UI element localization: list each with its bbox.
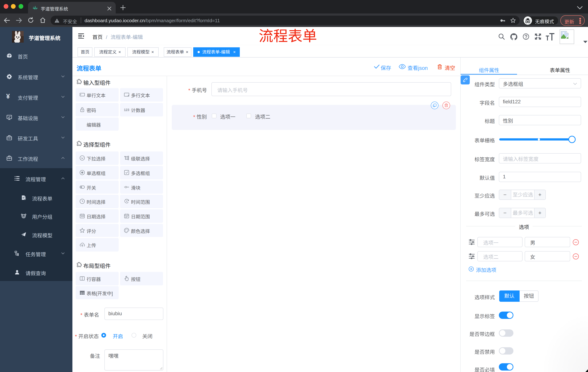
svg-text:123: 123 — [124, 108, 129, 112]
